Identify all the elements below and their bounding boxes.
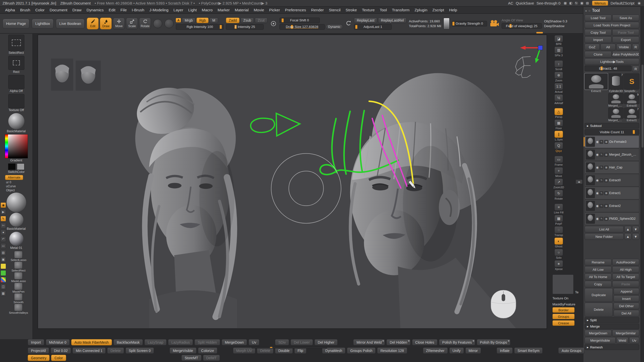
bottom-button[interactable]: MidValue 0 — [46, 339, 70, 345]
zadd-button[interactable]: Zadd — [226, 18, 239, 23]
mask-by-feature-button[interactable]: MaskByFeature — [552, 302, 575, 306]
texture-preview[interactable] — [552, 275, 574, 294]
rgb-intensity-slider[interactable]: Rgb Intensity 100 — [176, 24, 224, 30]
material-preview-sphere[interactable] — [7, 193, 26, 212]
polyframe-icon[interactable]: ▦ — [604, 166, 608, 169]
swatch-multi[interactable] — [1, 277, 6, 283]
all-low-button[interactable]: All Low — [585, 266, 612, 273]
focal-shift-slider[interactable]: Focal Shift 0 — [279, 18, 320, 23]
bottom-button[interactable]: Unify — [449, 347, 464, 354]
menu-item[interactable]: Material — [232, 8, 251, 12]
draw-mode-button[interactable]: Draw — [100, 18, 112, 29]
subtool-row[interactable]: ◉ ✎ ▦ Ox-Female3 — [585, 135, 639, 148]
persp-button[interactable]: △ Persp — [554, 108, 563, 118]
eye-icon[interactable]: ◉ — [1, 202, 6, 208]
bottom-button[interactable]: LazyRadius — [168, 339, 193, 345]
menu-item[interactable]: Alpha — [3, 8, 18, 12]
note-icon[interactable]: ▤ — [1, 250, 6, 255]
bottom-button[interactable]: StoreMT — [181, 355, 202, 361]
menu-item[interactable]: I-Brush — [129, 8, 147, 12]
replay-last-button[interactable]: ReplayLast — [354, 18, 377, 23]
border-button[interactable]: Border — [552, 307, 575, 313]
menu-item[interactable]: Zplugin — [412, 8, 430, 12]
move-down-button[interactable]: ▼ — [632, 226, 639, 233]
hue-strip[interactable] — [5, 134, 8, 158]
append-button[interactable]: Append — [614, 288, 639, 295]
bpr-button[interactable]: ◪ BPR — [554, 35, 563, 46]
z-intensity-slider[interactable]: Z Intensity 25 — [226, 24, 264, 30]
bottom-button[interactable]: ZRemesher — [423, 347, 448, 354]
bottom-button[interactable]: Delete — [107, 347, 124, 354]
menu-item[interactable]: Layer — [171, 8, 186, 12]
knife-icon[interactable]: ✄ — [1, 223, 6, 228]
qxyz-button[interactable]: Q Qxyz — [554, 142, 563, 152]
tool-thumbnail[interactable]: 9 Extract0 — [624, 93, 639, 107]
draw-size-slider[interactable]: Draw Size 127.83828 — [279, 24, 325, 30]
bottom-button[interactable]: LazySnap — [144, 339, 167, 345]
aahalf-button[interactable]: ½ AAHalf — [554, 94, 563, 105]
quick-brush[interactable]: SmoothValleys — [9, 304, 28, 314]
pencil-icon[interactable]: ✎ — [1, 216, 6, 221]
eye-icon[interactable]: ◉ — [596, 153, 598, 156]
eye-icon[interactable]: ◉ — [596, 191, 598, 195]
all-to-target-button[interactable]: All To Target — [612, 274, 639, 280]
bottom-button[interactable]: Polish By Groups — [477, 339, 510, 345]
mergevisible-button[interactable]: MergeVisible — [585, 337, 616, 344]
copy-tool-button[interactable]: Copy Tool — [585, 29, 612, 36]
menu-item[interactable]: Preferences — [283, 8, 309, 12]
quick-brush[interactable]: SelectRect — [9, 261, 28, 272]
bottom-button[interactable]: Dist 0.02 — [51, 347, 71, 354]
scale-mode-button[interactable]: Scale — [126, 18, 138, 29]
sdiv-slider-track[interactable] — [252, 346, 327, 348]
subtool-row[interactable]: ◉ ✎ ▦ Extract0 — [585, 174, 639, 187]
bottom-button[interactable]: Import — [28, 339, 44, 345]
line-fill-button[interactable]: ≡ Line Fill — [554, 204, 564, 214]
quick-brush[interactable]: MaskPen — [9, 283, 28, 293]
quicksave-button[interactable]: QuickSave — [516, 1, 534, 5]
make-polymesh3d-button[interactable]: Make PolyMesh3D — [612, 51, 639, 58]
weld-button[interactable]: Weld — [616, 337, 628, 344]
uv-button[interactable]: Uv — [629, 337, 639, 344]
menu-item[interactable]: Tool — [377, 8, 389, 12]
shelf-slider-thumb[interactable] — [536, 32, 543, 33]
subtool-section-header[interactable]: ▸ Subtool — [585, 123, 639, 128]
bottom-button[interactable]: Geometry — [28, 355, 50, 361]
bottom-button[interactable]: Min Connected 1 — [72, 347, 106, 354]
live-boolean-button[interactable]: Live Boolean — [56, 19, 85, 29]
subtool-row[interactable]: ◉ ✎ ▦ Extract2 — [585, 200, 639, 212]
cursor-icon[interactable]: ▶ — [1, 209, 6, 215]
folder-down-button[interactable]: ▼ — [632, 233, 639, 240]
bottom-button[interactable]: Inflate — [497, 347, 513, 354]
quick-brush[interactable]: MaskLasso — [9, 272, 28, 283]
frame-button[interactable]: ▭ Frame — [554, 156, 563, 166]
bottom-button[interactable]: Polish By Features — [439, 339, 475, 345]
bottom-button[interactable]: MergeVisible — [170, 347, 196, 354]
stroke-picker[interactable] — [153, 19, 162, 28]
dot-icon[interactable]: ● — [1, 230, 6, 235]
bottom-button[interactable]: DelMT — [203, 355, 220, 361]
menu-item[interactable]: Macro — [199, 8, 215, 12]
floor-button[interactable]: ▦ Floor — [554, 119, 563, 130]
copy-button[interactable]: Copy — [585, 281, 612, 287]
polyframe-icon[interactable]: ▦ — [604, 217, 608, 221]
zoom-button[interactable]: ⊕ Zoom — [554, 72, 563, 82]
menu-item[interactable]: Edit — [106, 8, 118, 12]
rotate-mode-button[interactable]: Rotate — [139, 18, 151, 29]
folder-up-button[interactable]: ▲ — [624, 233, 631, 240]
rename-button[interactable]: Rename — [585, 259, 612, 265]
polyframe-icon[interactable]: ▦ — [604, 140, 608, 144]
menu-item[interactable]: Brush — [18, 8, 33, 12]
grid-icon[interactable]: ▦ — [563, 1, 568, 6]
polypaint-icon[interactable]: ✎ — [599, 153, 603, 157]
goz-all-button[interactable]: All — [600, 44, 616, 50]
insert-button[interactable]: Insert — [614, 295, 639, 302]
goz-visible-button[interactable]: Visible — [616, 44, 631, 50]
scrollbar-thumb[interactable] — [641, 65, 643, 148]
save-as-button[interactable]: Save As — [612, 15, 639, 21]
object-label[interactable]: Object — [6, 189, 15, 192]
deep-shadow-slider[interactable]: DeepShadow — [544, 24, 567, 28]
eye-icon[interactable]: ◉ — [596, 217, 598, 220]
tool-thumbnail[interactable]: 7 Cylinder3D — [608, 73, 624, 93]
list-all-button[interactable]: List All — [585, 226, 624, 233]
gradient-button[interactable]: Gradient — [10, 159, 22, 162]
